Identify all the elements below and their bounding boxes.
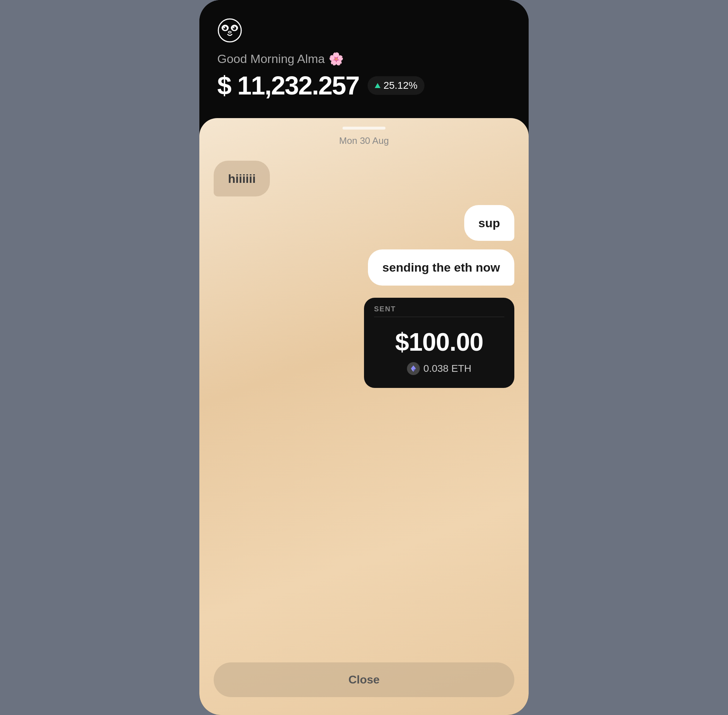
eth-amount-text: 0.038 ETH <box>423 363 471 374</box>
messages-area: hiiiiii sup sending the eth now SENT $10… <box>199 161 529 655</box>
transaction-card-header: SENT <box>364 298 514 317</box>
svg-point-3 <box>224 27 225 28</box>
eth-icon <box>407 362 420 375</box>
header-section: Good Morning Alma 🌸 $ 11,232.257 25.12% <box>199 0 529 118</box>
sent-label: SENT <box>374 305 504 313</box>
svg-point-6 <box>233 27 234 28</box>
svg-point-5 <box>233 27 236 30</box>
change-badge: 25.12% <box>368 76 424 95</box>
message-text: hiiiiii <box>228 172 255 186</box>
change-percent: 25.12% <box>383 80 417 91</box>
message-sent-sup: sup <box>464 205 514 241</box>
message-text: sup <box>479 216 500 230</box>
date-label: Mon 30 Aug <box>199 135 529 146</box>
chat-section: Mon 30 Aug hiiiiii sup sending the eth n… <box>199 118 529 715</box>
balance-row: $ 11,232.257 25.12% <box>217 71 511 100</box>
transaction-card-body: $100.00 0.038 ETH <box>364 317 514 388</box>
phone-frame: Good Morning Alma 🌸 $ 11,232.257 25.12% … <box>199 0 529 715</box>
message-received-hiiiiii: hiiiiii <box>214 161 270 196</box>
greeting-label: Good Morning Alma <box>217 52 325 66</box>
message-text: sending the eth now <box>382 261 500 274</box>
transaction-amount-eth: 0.038 ETH <box>407 362 471 375</box>
transaction-card: SENT $100.00 0.038 ETH <box>364 298 514 388</box>
sunflower-emoji: 🌸 <box>329 51 344 66</box>
up-arrow-icon <box>375 83 381 88</box>
svg-point-0 <box>218 19 241 42</box>
svg-point-2 <box>224 27 227 30</box>
panda-icon <box>217 18 242 43</box>
message-sent-eth: sending the eth now <box>368 249 514 285</box>
close-button-container: Close <box>199 655 529 708</box>
greeting-text: Good Morning Alma 🌸 <box>217 51 511 66</box>
drag-handle <box>343 127 385 130</box>
transaction-amount-usd: $100.00 <box>395 328 483 356</box>
close-button[interactable]: Close <box>214 662 514 697</box>
svg-point-8 <box>229 32 231 33</box>
balance-amount: $ 11,232.257 <box>217 71 359 100</box>
